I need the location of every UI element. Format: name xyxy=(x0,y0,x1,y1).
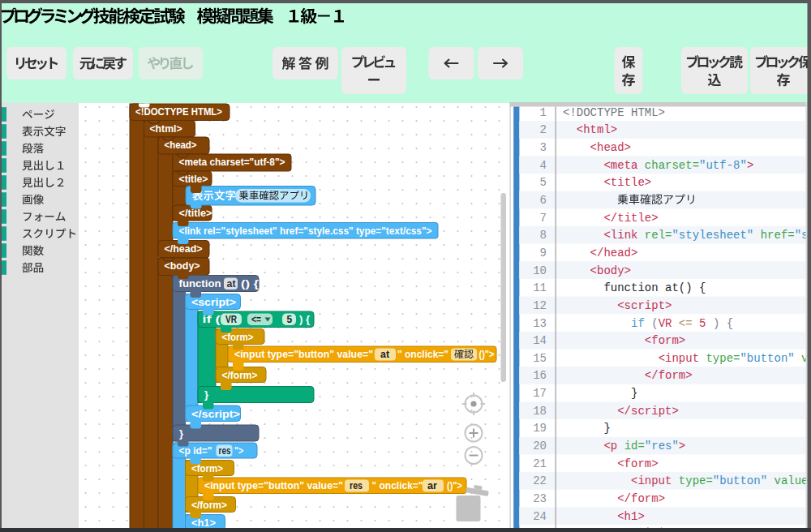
svg-text:23: 23 xyxy=(533,492,547,505)
svg-text:<input type="button" value=": <input type="button" value=" xyxy=(204,479,343,491)
svg-text:20: 20 xyxy=(533,440,547,453)
svg-text:<h1>: <h1> xyxy=(563,510,645,523)
svg-text:6: 6 xyxy=(540,194,547,207)
svg-text:17: 17 xyxy=(533,387,547,400)
svg-text:5: 5 xyxy=(540,176,547,189)
svg-text:22: 22 xyxy=(533,474,547,487)
svg-text:" onclick=": " onclick=" xyxy=(372,479,423,491)
svg-text:}: } xyxy=(563,387,637,400)
svg-text:()">: ()"> xyxy=(479,348,495,360)
svg-text:18: 18 xyxy=(533,405,547,418)
svg-text:8: 8 xyxy=(540,229,547,242)
svg-text:14: 14 xyxy=(533,334,547,347)
svg-text:19: 19 xyxy=(533,422,547,435)
svg-text:<input type="button" value=": <input type="button" value=" xyxy=(563,474,811,487)
svg-text:res: res xyxy=(350,480,363,491)
svg-text:11: 11 xyxy=(533,281,547,294)
svg-text:<body>: <body> xyxy=(563,264,631,277)
svg-text:}: } xyxy=(179,427,183,440)
svg-text:at: at xyxy=(380,349,389,360)
svg-text:<!DOCTYPE HTML>: <!DOCTYPE HTML> xyxy=(563,106,665,119)
svg-text:9: 9 xyxy=(540,247,547,260)
svg-text:12: 12 xyxy=(533,299,547,312)
svg-text:4: 4 xyxy=(540,159,547,172)
svg-text:function: function xyxy=(179,277,221,290)
svg-text:5: 5 xyxy=(287,314,293,325)
svg-text:ar: ar xyxy=(427,480,437,491)
svg-text:() {: () { xyxy=(241,277,259,290)
svg-text:</script>: </script> xyxy=(563,405,679,418)
svg-text:()">: ()"> xyxy=(447,479,462,491)
svg-text:<title>: <title> xyxy=(563,176,651,189)
svg-text:}: } xyxy=(563,422,611,435)
svg-text:<link rel="stylesheet" href="s: <link rel="stylesheet" href="style xyxy=(563,229,811,242)
svg-text:21: 21 xyxy=(533,457,547,470)
svg-text:7: 7 xyxy=(540,212,547,225)
svg-text:<head>: <head> xyxy=(563,141,631,154)
svg-text:</form>: </form> xyxy=(563,369,693,382)
svg-text:<!DOCTYPE HTML>: <!DOCTYPE HTML> xyxy=(135,105,222,118)
svg-text:<html>: <html> xyxy=(563,123,617,136)
svg-text:<p id="res">: <p id="res"> xyxy=(563,440,685,453)
svg-text:function at() {: function at() { xyxy=(563,281,706,294)
svg-text:3: 3 xyxy=(540,141,547,154)
svg-text:</title>: </title> xyxy=(563,212,659,225)
svg-text:at: at xyxy=(227,278,236,290)
svg-text:<form>: <form> xyxy=(563,457,659,470)
svg-text:24: 24 xyxy=(533,510,547,523)
svg-text:15: 15 xyxy=(533,352,547,365)
svg-text:<=: <= xyxy=(251,314,261,325)
svg-text:<form>: <form> xyxy=(563,334,685,347)
svg-text:1: 1 xyxy=(540,106,547,119)
svg-text:<script>: <script> xyxy=(563,299,672,312)
svg-text:) {: ) { xyxy=(299,313,310,325)
svg-text:<input type="button" value=": <input type="button" value=" xyxy=(234,348,373,360)
svg-text:10: 10 xyxy=(533,264,547,277)
svg-text:<meta charset="utf-8">: <meta charset="utf-8"> xyxy=(179,156,285,168)
svg-text:res: res xyxy=(219,445,231,457)
svg-text:}: } xyxy=(204,388,208,401)
svg-text:<meta charset="utf-8">: <meta charset="utf-8"> xyxy=(563,159,753,172)
svg-text:</head>: </head> xyxy=(563,247,637,260)
svg-text:">: "> xyxy=(234,444,243,457)
svg-text:13: 13 xyxy=(533,317,547,330)
svg-text:VR: VR xyxy=(225,314,237,325)
svg-text:</script>: </script> xyxy=(191,408,240,420)
svg-text:<input type="button" valu: <input type="button" valu xyxy=(563,352,811,365)
svg-text:16: 16 xyxy=(533,369,547,382)
svg-text:</form>: </form> xyxy=(563,492,665,505)
svg-text:<link rel="stylesheet" href="s: <link rel="stylesheet" href="style.css" … xyxy=(179,225,432,237)
svg-text:2: 2 xyxy=(540,123,547,136)
svg-text:" onclick=": " onclick=" xyxy=(397,348,448,360)
svg-text:if (VR <= 5 ) {: if (VR <= 5 ) { xyxy=(563,317,733,330)
